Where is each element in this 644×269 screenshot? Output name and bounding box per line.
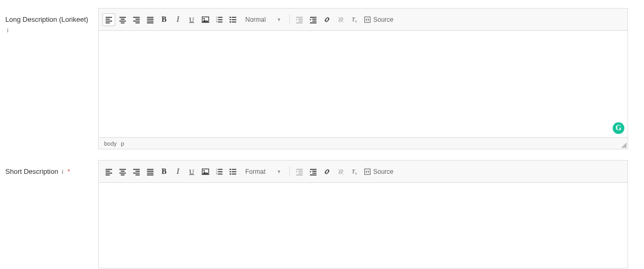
align-center-button[interactable] (116, 165, 129, 178)
editor-container: B I U 123 Normal ▼ Tx Source (98, 8, 628, 149)
align-justify-button[interactable] (144, 165, 157, 178)
indent-button[interactable] (307, 13, 320, 26)
svg-rect-21 (365, 169, 371, 174)
align-right-button[interactable] (130, 13, 143, 26)
element-path-bar: body p (99, 137, 628, 149)
svg-text:1: 1 (216, 168, 217, 170)
numbered-list-button[interactable]: 123 (213, 13, 226, 26)
editor-toolbar: B I U 123 Format ▼ Tx Source (99, 161, 628, 183)
svg-point-7 (229, 21, 231, 23)
format-label: Normal (245, 16, 266, 23)
underline-button[interactable]: U (185, 165, 198, 178)
toolbar-separator (289, 14, 290, 25)
source-button[interactable]: Source (362, 165, 396, 178)
editor-content-area[interactable]: G (99, 31, 628, 137)
svg-rect-10 (365, 16, 371, 22)
svg-text:x: x (355, 171, 357, 175)
source-icon (364, 168, 371, 175)
toolbar-separator (289, 166, 290, 177)
svg-text:3: 3 (216, 21, 217, 23)
svg-point-16 (229, 169, 231, 170)
required-indicator: * (67, 167, 70, 175)
svg-point-6 (229, 19, 231, 20)
chevron-down-icon: ▼ (277, 169, 281, 174)
bullet-list-button[interactable] (227, 165, 239, 178)
svg-point-1 (203, 18, 205, 19)
source-button[interactable]: Source (362, 13, 396, 26)
numbered-list-button[interactable]: 123 (213, 165, 226, 178)
align-center-button[interactable] (116, 13, 129, 26)
source-label: Source (373, 16, 393, 23)
format-dropdown[interactable]: Format ▼ (242, 165, 285, 178)
italic-button[interactable]: I (171, 165, 184, 178)
unlink-button[interactable] (334, 13, 347, 26)
field-long-description: Long Description (Lorikeet) i B I U 123 … (5, 8, 639, 149)
editor-box: B I U 123 Format ▼ Tx Source (98, 160, 628, 268)
path-segment[interactable]: body (104, 140, 117, 147)
remove-format-button[interactable]: Tx (348, 165, 361, 178)
chevron-down-icon: ▼ (277, 17, 281, 22)
svg-point-17 (229, 171, 231, 172)
field-label-wrap: Short Description i * (5, 160, 98, 268)
bold-button[interactable]: B (158, 165, 170, 178)
image-button[interactable] (199, 13, 212, 26)
align-left-button[interactable] (102, 165, 115, 178)
svg-text:x: x (355, 19, 357, 23)
svg-text:T: T (352, 168, 355, 174)
unlink-button[interactable] (334, 165, 347, 178)
source-icon (364, 16, 371, 23)
align-right-button[interactable] (130, 165, 143, 178)
editor-content-area[interactable] (99, 183, 628, 268)
svg-text:2: 2 (216, 18, 217, 20)
image-button[interactable] (199, 165, 212, 178)
path-segment[interactable]: p (121, 140, 124, 147)
editor-container: B I U 123 Format ▼ Tx Source (98, 160, 628, 268)
resize-handle[interactable] (621, 142, 626, 148)
outdent-button[interactable] (293, 165, 306, 178)
field-label-wrap: Long Description (Lorikeet) i (5, 8, 98, 149)
grammarly-icon[interactable]: G (613, 122, 624, 134)
field-label: Long Description (Lorikeet) (5, 15, 88, 23)
outdent-button[interactable] (293, 13, 306, 26)
svg-text:3: 3 (216, 173, 217, 175)
link-button[interactable] (321, 165, 333, 178)
svg-text:1: 1 (216, 16, 217, 18)
info-icon[interactable]: i (7, 26, 8, 35)
align-left-button[interactable] (102, 13, 115, 26)
link-button[interactable] (321, 13, 333, 26)
svg-point-5 (229, 16, 231, 18)
align-justify-button[interactable] (144, 13, 157, 26)
italic-button[interactable]: I (171, 13, 184, 26)
format-dropdown[interactable]: Normal ▼ (242, 13, 285, 26)
bullet-list-button[interactable] (227, 13, 239, 26)
indent-button[interactable] (307, 165, 320, 178)
field-label: Short Description (5, 167, 58, 175)
underline-button[interactable]: U (185, 13, 198, 26)
svg-point-18 (229, 173, 231, 175)
format-label: Format (245, 168, 265, 175)
svg-point-12 (203, 170, 205, 171)
editor-toolbar: B I U 123 Normal ▼ Tx Source (99, 9, 628, 31)
editor-box: B I U 123 Normal ▼ Tx Source (98, 8, 628, 149)
field-short-description: Short Description i * B I U 123 Format ▼ (5, 160, 639, 268)
bold-button[interactable]: B (158, 13, 170, 26)
remove-format-button[interactable]: Tx (348, 13, 361, 26)
svg-text:2: 2 (216, 170, 217, 172)
source-label: Source (373, 168, 393, 175)
info-icon[interactable]: i (62, 167, 63, 176)
svg-text:T: T (352, 16, 355, 22)
